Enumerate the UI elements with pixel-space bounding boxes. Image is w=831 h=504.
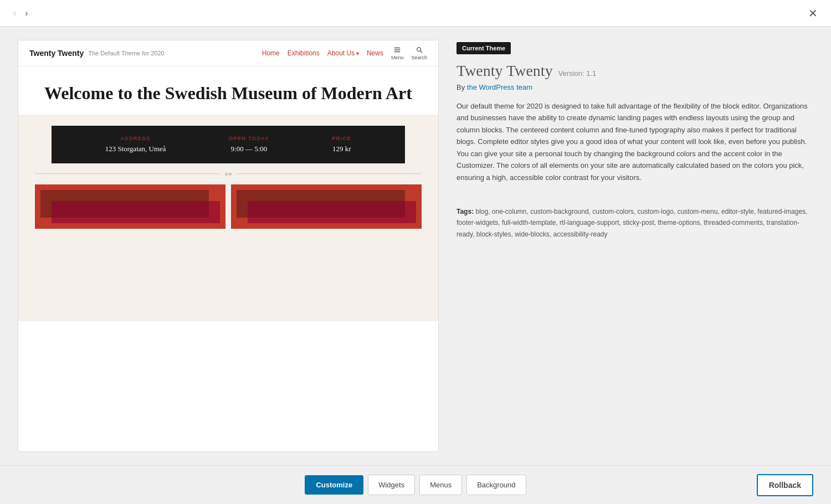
theme-info-panel: Current Theme Twenty Twenty Version: 1.1…	[456, 40, 813, 452]
search-icon-btn[interactable]: Search	[411, 46, 427, 60]
main-content: Twenty Twenty The Default Theme for 2020…	[0, 27, 831, 465]
customize-button[interactable]: Customize	[305, 475, 363, 495]
author-prefix: By	[456, 83, 467, 91]
divider-arrow: »»	[224, 170, 232, 178]
forward-button[interactable]: ›	[20, 4, 32, 23]
theme-name: Twenty Twenty	[456, 62, 553, 80]
back-button[interactable]: ‹	[9, 4, 20, 23]
open-today-item: OPEN TODAY 9:00 — 5:00	[229, 136, 269, 153]
divider-section: »»	[18, 163, 438, 184]
website-title: Twenty Twenty	[29, 49, 84, 58]
forward-icon: ›	[25, 8, 28, 18]
widgets-button[interactable]: Widgets	[368, 475, 415, 495]
price-label: PRICE	[332, 136, 351, 141]
divider-line-left	[35, 173, 220, 174]
close-icon: ✕	[808, 7, 818, 19]
back-icon: ‹	[13, 8, 16, 18]
website-nav: Home Exhibitions About Us News	[262, 49, 383, 57]
bottom-bar: Customize Widgets Menus Background Rollb…	[0, 465, 831, 504]
top-bar: ‹ › ✕	[0, 0, 831, 27]
svg-point-3	[417, 48, 420, 52]
card-1	[35, 184, 225, 229]
card-2	[231, 184, 422, 229]
address-item: ADDRESS 123 Storgatan, Umeå	[105, 136, 166, 153]
website-icons: Menu Search	[391, 46, 427, 60]
search-label: Search	[411, 55, 427, 60]
address-label: ADDRESS	[105, 136, 166, 141]
price-value: 129 kr	[332, 145, 351, 153]
info-bar: ADDRESS 123 Storgatan, Umeå OPEN TODAY 9…	[52, 126, 405, 163]
cards-section	[18, 184, 438, 240]
menu-label: Menu	[391, 55, 404, 60]
author-link[interactable]: the WordPress team	[467, 83, 532, 91]
open-today-label: OPEN TODAY	[229, 136, 269, 141]
theme-preview: Twenty Twenty The Default Theme for 2020…	[18, 40, 439, 452]
current-theme-badge: Current Theme	[456, 42, 511, 54]
price-item: PRICE 129 kr	[332, 136, 351, 153]
theme-tags: Tags: blog, one-column, custom-backgroun…	[456, 206, 813, 240]
menu-icon-btn[interactable]: Menu	[391, 46, 404, 60]
theme-description: Our default theme for 2020 is designed t…	[456, 100, 813, 195]
hero-title: Welcome to the Swedish Museum of Modern …	[29, 83, 427, 104]
open-today-value: 9:00 — 5:00	[229, 145, 269, 153]
theme-author: By the WordPress team	[456, 83, 813, 91]
website-tagline: The Default Theme for 2020	[88, 50, 164, 56]
hero-section: Welcome to the Swedish Museum of Modern …	[18, 66, 438, 115]
rollback-button[interactable]: Rollback	[757, 474, 813, 496]
nav-exhibitions[interactable]: Exhibitions	[288, 49, 320, 57]
close-button[interactable]: ✕	[804, 2, 822, 24]
website-body: Welcome to the Swedish Museum of Modern …	[18, 66, 438, 321]
website-header: Twenty Twenty The Default Theme for 2020…	[18, 40, 438, 66]
theme-name-row: Twenty Twenty Version: 1.1	[456, 62, 813, 80]
nav-home[interactable]: Home	[262, 49, 280, 57]
divider-line-right	[237, 173, 422, 174]
nav-about[interactable]: About Us	[327, 49, 359, 57]
theme-version: Version: 1.1	[558, 69, 597, 78]
nav-news[interactable]: News	[367, 49, 383, 57]
tags-label: Tags:	[456, 208, 474, 215]
menus-button[interactable]: Menus	[419, 475, 462, 495]
background-button[interactable]: Background	[466, 475, 526, 495]
svg-line-4	[420, 51, 422, 53]
tags-list: blog, one-column, custom-background, cus…	[456, 208, 807, 238]
address-value: 123 Storgatan, Umeå	[105, 145, 166, 153]
